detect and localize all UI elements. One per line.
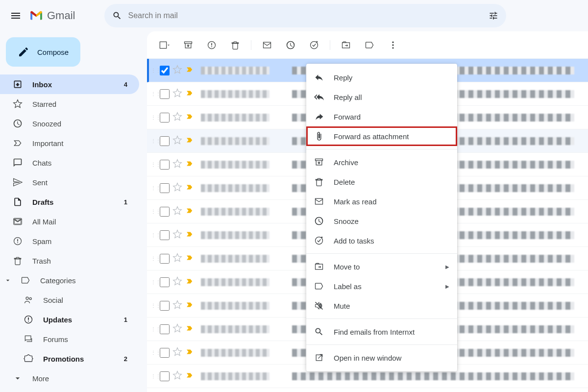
drag-handle-icon[interactable]: ⋮⋮ (151, 209, 157, 214)
important-marker-icon[interactable] (185, 324, 194, 335)
sidebar-item-social[interactable]: Social (0, 290, 139, 310)
sidebar-item-drafts[interactable]: Drafts1 (0, 192, 139, 212)
sidebar-item-more[interactable]: More (0, 368, 139, 388)
drag-handle-icon[interactable]: ⋮⋮ (151, 279, 157, 285)
menu-item-mark-as-read[interactable]: Mark as read (306, 192, 457, 211)
star-icon[interactable] (172, 276, 182, 288)
drag-handle-icon[interactable]: ⋮⋮ (151, 138, 157, 144)
important-marker-icon[interactable] (185, 347, 194, 358)
row-checkbox[interactable] (160, 348, 170, 358)
sidebar-item-spam[interactable]: Spam (0, 231, 139, 251)
drag-handle-icon[interactable]: ⋮⋮ (151, 91, 157, 97)
important-marker-icon[interactable] (185, 371, 194, 382)
menu-item-add-to-tasks[interactable]: Add to tasks (306, 231, 457, 250)
star-icon[interactable] (172, 65, 182, 76)
important-marker-icon[interactable] (185, 300, 194, 311)
important-marker-icon[interactable] (185, 112, 194, 123)
row-checkbox[interactable] (160, 207, 170, 217)
star-icon[interactable] (172, 88, 182, 100)
sidebar-item-sent[interactable]: Sent (0, 172, 139, 192)
sidebar-item-inbox[interactable]: Inbox4 (0, 74, 139, 94)
sidebar-item-starred[interactable]: Starred (0, 94, 139, 114)
labels-button[interactable] (360, 35, 379, 55)
menu-item-move-to[interactable]: Move to▶ (306, 257, 457, 276)
sidebar-item-trash[interactable]: Trash (0, 251, 139, 270)
row-checkbox[interactable] (160, 371, 170, 381)
drag-handle-icon[interactable]: ⋮⋮ (151, 350, 157, 355)
menu-item-forward[interactable]: Forward (306, 107, 457, 126)
search-bar[interactable] (104, 4, 506, 27)
delete-button[interactable] (225, 35, 245, 55)
important-marker-icon[interactable] (185, 230, 194, 241)
star-icon[interactable] (172, 370, 182, 382)
star-icon[interactable] (172, 229, 182, 241)
menu-item-find-emails-from-internxt[interactable]: Find emails from Internxt (306, 322, 457, 342)
row-checkbox[interactable] (160, 160, 170, 170)
drag-handle-icon[interactable]: ⋮⋮ (151, 256, 157, 261)
report-spam-button[interactable] (202, 35, 221, 55)
sidebar-item-categories[interactable]: Categories (0, 270, 139, 290)
search-options-icon[interactable] (489, 11, 498, 21)
drag-handle-icon[interactable]: ⋮⋮ (151, 232, 157, 238)
star-icon[interactable] (172, 159, 182, 171)
important-marker-icon[interactable] (185, 206, 194, 217)
sidebar-item-promotions[interactable]: Promotions2 (0, 349, 139, 368)
important-marker-icon[interactable] (185, 65, 194, 76)
star-icon[interactable] (172, 300, 182, 312)
row-checkbox[interactable] (160, 254, 170, 264)
menu-item-snooze[interactable]: Snooze (306, 211, 457, 231)
important-marker-icon[interactable] (185, 89, 194, 99)
drag-handle-icon[interactable]: ⋮⋮ (151, 162, 157, 167)
row-checkbox[interactable] (160, 136, 170, 146)
menu-item-archive[interactable]: Archive (306, 152, 457, 172)
important-marker-icon[interactable] (185, 183, 194, 194)
row-checkbox[interactable] (160, 66, 170, 75)
gmail-logo[interactable]: Gmail (29, 9, 75, 23)
star-icon[interactable] (172, 206, 182, 218)
sidebar-item-chats[interactable]: Chats (0, 153, 139, 172)
mark-read-button[interactable] (257, 35, 277, 55)
drag-handle-icon[interactable]: ⋮⋮ (151, 373, 157, 379)
compose-button[interactable]: Compose (6, 37, 80, 67)
email-row[interactable]: ⋮⋮ (147, 388, 588, 392)
row-checkbox[interactable] (160, 89, 170, 99)
row-checkbox[interactable] (160, 183, 170, 193)
star-icon[interactable] (172, 253, 182, 265)
important-marker-icon[interactable] (185, 136, 194, 147)
star-icon[interactable] (172, 135, 182, 147)
star-icon[interactable] (172, 182, 182, 194)
search-input[interactable] (128, 11, 483, 20)
star-icon[interactable] (172, 112, 182, 123)
important-marker-icon[interactable] (185, 253, 194, 264)
sidebar-item-all-mail[interactable]: All Mail (0, 212, 139, 231)
important-marker-icon[interactable] (185, 277, 194, 288)
row-checkbox[interactable] (160, 277, 170, 287)
row-checkbox[interactable] (160, 301, 170, 311)
more-button[interactable] (383, 35, 403, 55)
move-to-button[interactable] (336, 35, 356, 55)
add-to-tasks-button[interactable] (304, 35, 324, 55)
menu-item-open-in-new-window[interactable]: Open in new window (306, 348, 457, 368)
sidebar-item-updates[interactable]: Updates1 (0, 310, 139, 329)
menu-item-delete[interactable]: Delete (306, 172, 457, 192)
sidebar-item-snoozed[interactable]: Snoozed (0, 114, 139, 133)
menu-item-reply[interactable]: Reply (306, 68, 457, 87)
row-checkbox[interactable] (160, 113, 170, 122)
menu-item-mute[interactable]: Mute (306, 296, 457, 316)
select-all-checkbox[interactable] (155, 35, 174, 55)
menu-item-reply-all[interactable]: Reply all (306, 87, 457, 107)
row-checkbox[interactable] (160, 324, 170, 334)
drag-handle-icon[interactable]: ⋮⋮ (151, 185, 157, 191)
drag-handle-icon[interactable]: ⋮⋮ (151, 326, 157, 332)
drag-handle-icon[interactable]: ⋮⋮ (151, 68, 157, 73)
row-checkbox[interactable] (160, 230, 170, 240)
menu-item-label-as[interactable]: Label as▶ (306, 276, 457, 296)
snooze-button[interactable] (281, 35, 300, 55)
menu-item-forward-as-attachment[interactable]: Forward as attachment (306, 126, 457, 146)
important-marker-icon[interactable] (185, 159, 194, 170)
main-menu-button[interactable] (4, 4, 27, 27)
drag-handle-icon[interactable]: ⋮⋮ (151, 115, 157, 120)
archive-button[interactable] (178, 35, 198, 55)
star-icon[interactable] (172, 347, 182, 359)
drag-handle-icon[interactable]: ⋮⋮ (151, 303, 157, 308)
